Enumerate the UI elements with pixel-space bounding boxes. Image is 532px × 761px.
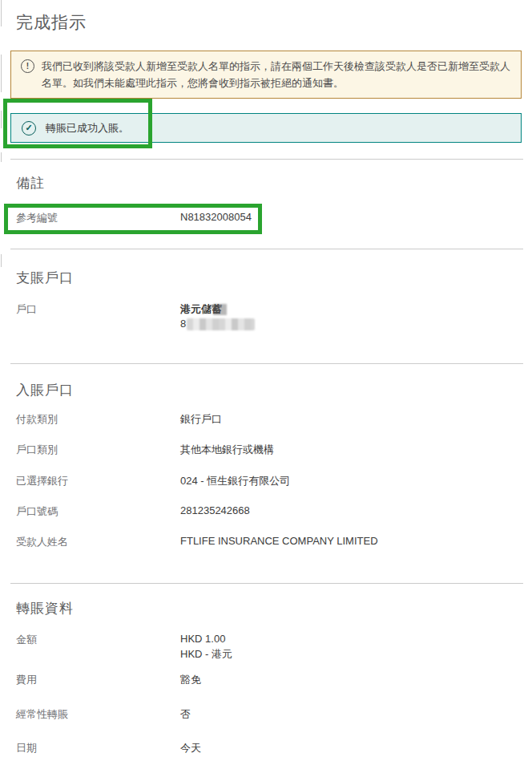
amount-label: 金額: [16, 633, 37, 647]
recurring-transfer-value: 否: [180, 707, 191, 722]
section-heading-remarks: 備註: [16, 174, 45, 192]
account-number-value: 281235242668: [180, 504, 250, 516]
payee-name-label: 受款人姓名: [16, 535, 68, 549]
left-edge-line: [1, 0, 2, 26]
divider: [10, 249, 523, 249]
fee-label: 費用: [16, 673, 37, 687]
selected-bank-label: 已選擇銀行: [16, 474, 68, 488]
divider: [10, 363, 523, 364]
masked-account-number-blur: [187, 318, 255, 330]
account-type-label: 戶口類別: [16, 443, 58, 457]
left-edge-line: [1, 55, 2, 92]
account-number-label: 戶口號碼: [16, 504, 58, 519]
payee-name-value: FTLIFE INSURANCE COMPANY LIMITED: [180, 535, 378, 547]
account-type-value: 其他本地銀行或機構: [180, 443, 274, 457]
debit-account-number-prefix: 8: [180, 318, 186, 330]
section-heading-debit-account: 支賬戶口: [16, 269, 74, 287]
recurring-transfer-label: 經常性轉賬: [16, 707, 68, 722]
annotation-highlight-reference: [4, 204, 262, 234]
left-edge-line: [1, 111, 2, 128]
warning-alert-text: 我們已收到將該受款人新增至受款人名單的指示，請在兩個工作天後檢查該受款人是否已新…: [42, 58, 511, 91]
date-label: 日期: [16, 741, 37, 755]
payment-type-value: 銀行戶口: [180, 412, 222, 427]
amount-currency: HKD - 港元: [180, 647, 232, 662]
warning-alert: ! 我們已收到將該受款人新增至受款人名單的指示，請在兩個工作天後檢查該受款人是否…: [10, 51, 522, 99]
section-heading-transfer-details: 轉賬資料: [16, 599, 74, 617]
masked-character-blur: [213, 304, 227, 315]
divider: [10, 159, 523, 160]
section-heading-credit-account: 入賬戶口: [16, 381, 74, 399]
payment-type-label: 付款類別: [16, 412, 58, 427]
page-title: 完成指示: [16, 11, 87, 34]
debit-account-label: 戶口: [16, 302, 37, 317]
left-edge-line: [1, 152, 2, 162]
divider: [10, 583, 523, 584]
amount-value: HKD 1.00: [180, 633, 225, 645]
annotation-highlight-success: [3, 99, 152, 148]
left-edge-line: [1, 254, 2, 267]
selected-bank-value: 024 - 恒生銀行有限公司: [180, 474, 290, 488]
fee-value: 豁免: [180, 673, 201, 687]
exclamation-circle-icon: !: [21, 59, 34, 73]
date-value: 今天: [180, 741, 201, 755]
